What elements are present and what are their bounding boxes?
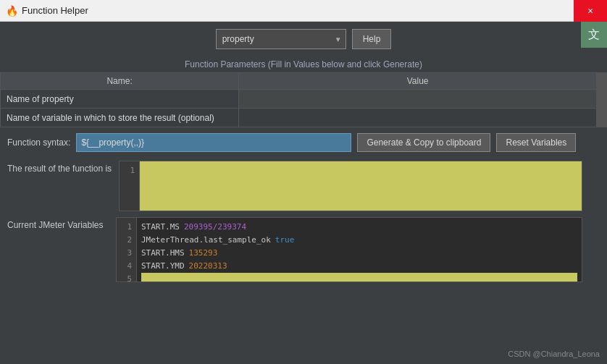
watermark: CSDN @Chiandra_Leona <box>508 350 600 358</box>
jmeter-key-3: START.HMS <box>141 247 185 260</box>
syntax-row: Function syntax: Generate & Copy to clip… <box>0 127 607 158</box>
window-title: Function Helper <box>22 5 601 16</box>
jmeter-key-1: START.MS <box>141 221 180 234</box>
help-button[interactable]: Help <box>352 29 392 49</box>
param-value-1[interactable] <box>239 90 597 109</box>
jmeter-content: START.MS 209395/239374 JMeterThread.last… <box>137 218 582 282</box>
list-item: START.HMS 135293 <box>141 247 577 260</box>
result-line-numbers: 1 <box>120 161 140 211</box>
result-section: The result of the function is 1 <box>0 158 607 214</box>
app-icon: 🔥 <box>6 5 17 17</box>
toolbar-row: property Random RandomString time thread… <box>0 22 607 56</box>
jmeter-val-4: 20220313 <box>189 260 227 273</box>
list-item: JMeterThread.last_sample_ok true <box>141 234 577 247</box>
table-row: Name of property <box>1 90 597 109</box>
main-content: property Random RandomString time thread… <box>0 22 607 364</box>
table-row: Name of variable in which to store the r… <box>1 109 597 127</box>
jmeter-section: Current JMeter Variables 12345 START.MS … <box>0 214 607 364</box>
result-content <box>140 161 582 211</box>
jmeter-val-2: true <box>275 234 295 247</box>
reset-button[interactable]: Reset Variables <box>496 133 576 152</box>
jmeter-key-4: START.YMD <box>141 260 185 273</box>
list-item: START.YMD 20220313 <box>141 260 577 273</box>
list-item: START.MS 209395/239374 <box>141 221 577 234</box>
param-value-2[interactable] <box>239 109 597 127</box>
jmeter-val-1: 209395/239374 <box>184 221 246 234</box>
params-header: Function Parameters (Fill in Values belo… <box>0 56 607 72</box>
function-dropdown[interactable]: property Random RandomString time thread… <box>216 29 346 49</box>
close-button[interactable]: × <box>574 0 607 22</box>
params-table-container: Name: Value Name of property Name of var… <box>0 72 597 127</box>
result-box: 1 <box>119 161 582 211</box>
jmeter-label: Current JMeter Variables <box>7 217 109 230</box>
jmeter-box: 12345 START.MS 209395/239374 JMeterThrea… <box>116 217 582 282</box>
list-item <box>141 273 577 282</box>
title-bar: 🔥 Function Helper × <box>0 0 607 22</box>
table-scrollbar <box>597 72 607 127</box>
params-table-wrapper: Name: Value Name of property Name of var… <box>0 72 607 127</box>
syntax-input[interactable] <box>76 133 351 152</box>
generate-button[interactable]: Generate & Copy to clipboard <box>357 133 490 152</box>
value-col-header: Value <box>239 73 597 90</box>
jmeter-val-3: 135293 <box>189 247 218 260</box>
param-name-1: Name of property <box>1 90 239 109</box>
name-col-header: Name: <box>1 73 239 90</box>
result-label: The result of the function is <box>7 161 112 174</box>
jmeter-key-2: JMeterThread.last_sample_ok <box>141 234 271 247</box>
param-name-2: Name of variable in which to store the r… <box>1 109 239 127</box>
syntax-label: Function syntax: <box>7 137 70 148</box>
jmeter-line-numbers: 12345 <box>117 218 137 282</box>
language-icon: 文 <box>581 22 607 48</box>
function-dropdown-wrapper: property Random RandomString time thread… <box>216 29 346 49</box>
params-table: Name: Value Name of property Name of var… <box>0 72 597 127</box>
